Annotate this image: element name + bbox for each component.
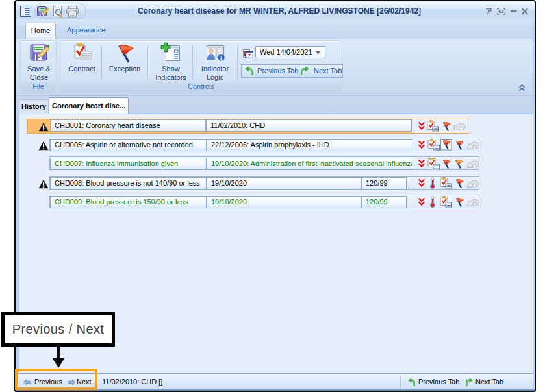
- svg-text:7: 7: [248, 53, 251, 58]
